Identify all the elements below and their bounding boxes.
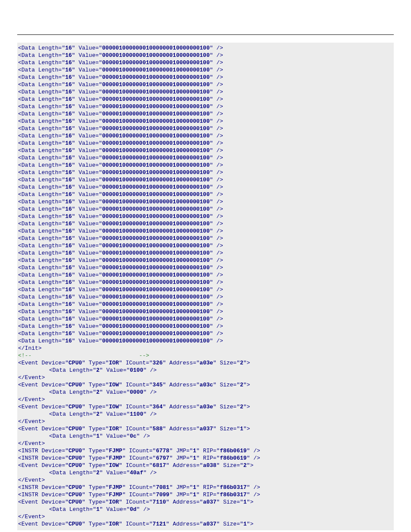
xml-event-open: <Event Device="CPU0" Type="IOW" ICount="…: [18, 381, 393, 389]
xml-data-line: <Data Length="1" Value="0c" />: [18, 432, 393, 440]
xml-data-line: <Data Length="16" Value="000001000000010…: [18, 293, 393, 301]
top-divider: [17, 34, 394, 35]
xml-code-block: <Data Length="16" Value="000001000000010…: [17, 43, 394, 530]
xml-data-line: <Data Length="16" Value="000001000000010…: [18, 286, 393, 293]
xml-event-open: <Event Device="CPU0" Type="IOW" ICount="…: [18, 403, 393, 411]
xml-data-line: <Data Length="2" Value="40af" />: [18, 469, 393, 476]
xml-data-line: <Data Length="16" Value="000001000000010…: [18, 264, 393, 271]
xml-data-line: <Data Length="16" Value="000001000000010…: [18, 184, 393, 191]
xml-data-line: <Data Length="16" Value="000001000000010…: [18, 66, 393, 74]
xml-data-line: <Data Length="16" Value="000001000000010…: [18, 242, 393, 249]
xml-data-line: <Data Length="16" Value="000001000000010…: [18, 162, 393, 169]
xml-data-line: <Data Length="16" Value="000001000000010…: [18, 337, 393, 345]
xml-data-line: <Data Length="16" Value="000001000000010…: [18, 140, 393, 147]
xml-instr-line: <INSTR Device="CPU0" Type="FJMP" ICount=…: [18, 447, 393, 454]
xml-data-line: <Data Length="16" Value="000001000000010…: [18, 249, 393, 257]
xml-data-line: <Data Length="16" Value="000001000000010…: [18, 88, 393, 96]
xml-instr-line: <INSTR Device="CPU0" Type="FJMP" ICount=…: [18, 454, 393, 462]
xml-data-line: <Data Length="16" Value="000001000000010…: [18, 74, 393, 81]
document-page: <Data Length="16" Value="000001000000010…: [0, 34, 411, 532]
xml-data-line: <Data Length="16" Value="000001000000010…: [18, 198, 393, 205]
xml-data-line: <Data Length="16" Value="000001000000010…: [18, 205, 393, 213]
xml-data-line: <Data Length="16" Value="000001000000010…: [18, 257, 393, 264]
xml-data-line: <Data Length="16" Value="000001000000010…: [18, 176, 393, 184]
xml-event-close: </Event>: [18, 476, 393, 484]
xml-data-line: <Data Length="16" Value="000001000000010…: [18, 235, 393, 242]
xml-data-line: <Data Length="16" Value="000001000000010…: [18, 103, 393, 110]
xml-init-close: </Init>: [18, 345, 393, 352]
xml-data-line: <Data Length="16" Value="000001000000010…: [18, 330, 393, 337]
xml-event-close: </Event>: [18, 513, 393, 520]
xml-data-line: <Data Length="16" Value="000001000000010…: [18, 154, 393, 162]
xml-data-line: <Data Length="2" Value="1100" />: [18, 411, 393, 418]
xml-data-line: <Data Length="2" Value="0100" />: [18, 367, 393, 374]
xml-data-line: <Data Length="16" Value="000001000000010…: [18, 220, 393, 227]
xml-data-line: <Data Length="16" Value="000001000000010…: [18, 52, 393, 59]
xml-event-open: <Event Device="CPU0" Type="IOW" ICount="…: [18, 462, 393, 469]
xml-data-line: <Data Length="16" Value="000001000000010…: [18, 213, 393, 220]
xml-event-close: </Event>: [18, 396, 393, 403]
xml-data-line: <Data Length="16" Value="000001000000010…: [18, 169, 393, 176]
xml-event-open: <Event Device="CPU0" Type="IOR" ICount="…: [18, 520, 393, 528]
xml-data-line: <Data Length="16" Value="000001000000010…: [18, 191, 393, 198]
xml-data-line: <Data Length="16" Value="000001000000010…: [18, 147, 393, 154]
xml-instr-line: <INSTR Device="CPU0" Type="FJMP" ICount=…: [18, 491, 393, 498]
xml-data-line: <Data Length="1" Value="0d" />: [18, 506, 393, 513]
xml-data-line: <Data Length="16" Value="000001000000010…: [18, 44, 393, 52]
xml-data-line: <Data Length="16" Value="000001000000010…: [18, 308, 393, 315]
xml-event-open: <Event Device="CPU0" Type="IOR" ICount="…: [18, 498, 393, 506]
xml-data-line: <Data Length="16" Value="000001000000010…: [18, 125, 393, 132]
xml-data-line: <Data Length="16" Value="000001000000010…: [18, 132, 393, 140]
xml-data-line: <Data Length="16" Value="000001000000010…: [18, 118, 393, 125]
xml-event-close: </Event>: [18, 418, 393, 425]
xml-data-line: <Data Length="16" Value="000001000000010…: [18, 227, 393, 235]
xml-data-line: <Data Length="16" Value="000001000000010…: [18, 323, 393, 330]
xml-instr-line: <INSTR Device="CPU0" Type="FJMP" ICount=…: [18, 484, 393, 491]
xml-data-line: <Data Length="16" Value="000001000000010…: [18, 96, 393, 103]
xml-data-line: <Data Length="16" Value="000001000000010…: [18, 315, 393, 323]
xml-data-line: <Data Length="16" Value="000001000000010…: [18, 59, 393, 66]
xml-event-close: </Event>: [18, 374, 393, 381]
xml-data-line: <Data Length="2" Value="0000" />: [18, 389, 393, 396]
xml-data-line: <Data Length="16" Value="000001000000010…: [18, 301, 393, 308]
xml-event-close: </Event>: [18, 440, 393, 447]
xml-data-line: <Data Length="16" Value="000001000000010…: [18, 81, 393, 88]
xml-data-line: <Data Length="16" Value="000001000000010…: [18, 110, 393, 118]
xml-data-line: <Data Length="16" Value="000001000000010…: [18, 271, 393, 279]
xml-event-open: <Event Device="CPU0" Type="IOR" ICount="…: [18, 425, 393, 432]
xml-event-open: <Event Device="CPU0" Type="IOR" ICount="…: [18, 359, 393, 367]
xml-comment: <!-- -->: [18, 352, 393, 359]
xml-data-line: <Data Length="16" Value="000001000000010…: [18, 279, 393, 286]
